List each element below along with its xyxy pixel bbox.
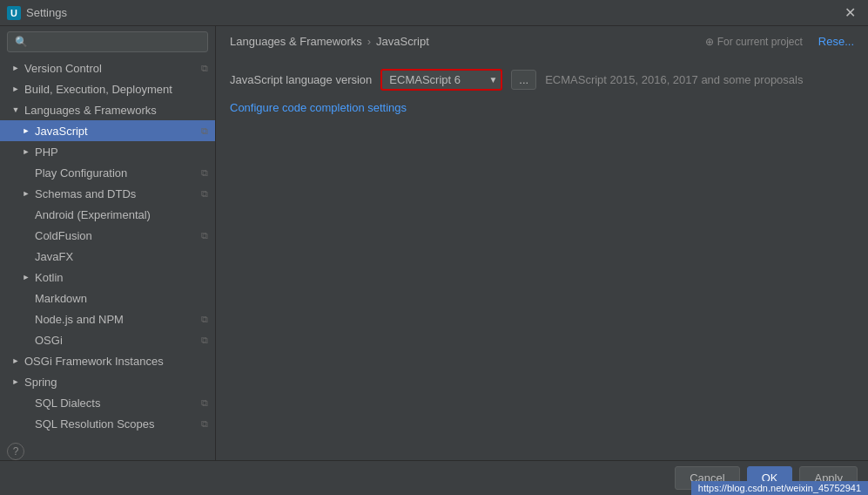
sidebar-item-label: Build, Execution, Deployment bbox=[24, 83, 172, 96]
help-button[interactable]: ? bbox=[7, 443, 24, 460]
configure-link-row: Configure code completion settings bbox=[230, 101, 854, 114]
sidebar-item-label: Android (Experimental) bbox=[35, 208, 151, 221]
sidebar-item-label: Kotlin bbox=[35, 271, 64, 284]
arrow-icon bbox=[10, 376, 21, 387]
language-version-select[interactable]: ECMAScript 5.1ECMAScript 6ECMAScript 201… bbox=[380, 69, 502, 91]
arrow-icon bbox=[21, 272, 31, 282]
copy-icon: ⧉ bbox=[201, 125, 208, 137]
sidebar-item-osgi-framework[interactable]: OSGi Framework Instances bbox=[0, 350, 215, 371]
sidebar-item-label: Markdown bbox=[35, 292, 87, 305]
sidebar-item-markdown[interactable]: Markdown bbox=[0, 288, 215, 309]
sidebar-item-label: Schemas and DTDs bbox=[35, 187, 136, 200]
sidebar-item-label: OSGi Framework Instances bbox=[24, 355, 164, 368]
sidebar-item-label: SQL Resolution Scopes bbox=[35, 417, 155, 431]
breadcrumb: Languages & Frameworks › JavaScript ⊕ Fo… bbox=[216, 26, 868, 55]
version-description: ECMAScript 2015, 2016, 2017 and some pro… bbox=[545, 73, 803, 86]
sidebar-item-label: ColdFusion bbox=[35, 229, 92, 242]
sidebar-item-label: Node.js and NPM bbox=[35, 313, 124, 326]
sidebar-item-label: Version Control bbox=[24, 62, 102, 75]
sidebar: Version Control⧉Build, Execution, Deploy… bbox=[0, 26, 216, 460]
sidebar-item-javafx[interactable]: JavaFX bbox=[0, 246, 215, 267]
sidebar-item-build-execution[interactable]: Build, Execution, Deployment bbox=[0, 78, 215, 99]
sidebar-item-version-control[interactable]: Version Control⧉ bbox=[0, 58, 215, 78]
sidebar-item-schemas-dtds[interactable]: Schemas and DTDs⧉ bbox=[0, 183, 215, 204]
breadcrumb-separator: › bbox=[367, 35, 371, 48]
sidebar-item-javascript[interactable]: JavaScript⧉ bbox=[0, 120, 215, 141]
sidebar-item-spring[interactable]: Spring bbox=[0, 371, 215, 392]
breadcrumb-part2: JavaScript bbox=[376, 35, 429, 48]
reset-link[interactable]: Rese... bbox=[818, 35, 854, 48]
close-button[interactable]: ✕ bbox=[839, 4, 861, 21]
url-bar: https://blog.csdn.net/weixin_45752941 bbox=[691, 481, 868, 495]
sidebar-item-coldfusion[interactable]: ColdFusion⧉ bbox=[0, 225, 215, 246]
sidebar-item-label: JavaFX bbox=[35, 250, 73, 263]
search-input[interactable] bbox=[7, 31, 208, 52]
language-version-row: JavaScript language version ECMAScript 5… bbox=[230, 69, 854, 91]
arrow-icon bbox=[21, 188, 31, 199]
sidebar-item-label: PHP bbox=[35, 146, 58, 159]
sidebar-item-sql-resolution[interactable]: SQL Resolution Scopes⧉ bbox=[0, 413, 215, 434]
arrow-icon bbox=[21, 125, 31, 136]
sidebar-item-php[interactable]: PHP bbox=[0, 141, 215, 162]
ellipsis-button[interactable]: ... bbox=[511, 70, 536, 90]
sidebar-item-languages-frameworks[interactable]: Languages & Frameworks bbox=[0, 99, 215, 120]
breadcrumb-part1: Languages & Frameworks bbox=[230, 35, 362, 48]
svg-text:U: U bbox=[10, 8, 17, 18]
sidebar-item-nodejs-npm[interactable]: Node.js and NPM⧉ bbox=[0, 309, 215, 329]
arrow-icon bbox=[21, 146, 31, 157]
sidebar-item-sql-dialects[interactable]: SQL Dialects⧉ bbox=[0, 392, 215, 413]
app-icon: U bbox=[7, 6, 21, 20]
sidebar-item-label: Spring bbox=[24, 376, 57, 389]
content-body: JavaScript language version ECMAScript 5… bbox=[216, 55, 868, 128]
sidebar-item-label: Languages & Frameworks bbox=[24, 104, 157, 117]
language-version-label: JavaScript language version bbox=[230, 73, 372, 86]
arrow-icon bbox=[10, 356, 21, 366]
window-title: Settings bbox=[26, 6, 67, 19]
arrow-icon bbox=[10, 63, 21, 73]
arrow-icon bbox=[10, 84, 21, 94]
copy-icon: ⧉ bbox=[201, 230, 208, 241]
arrow-icon bbox=[10, 105, 21, 115]
content-panel: Languages & Frameworks › JavaScript ⊕ Fo… bbox=[216, 26, 868, 460]
sidebar-item-label: Play Configuration bbox=[35, 166, 127, 180]
copy-icon: ⧉ bbox=[201, 314, 208, 325]
project-badge: ⊕ For current project bbox=[705, 36, 802, 48]
sidebar-item-osgi[interactable]: OSGi⧉ bbox=[0, 329, 215, 350]
configure-link[interactable]: Configure code completion settings bbox=[230, 101, 407, 114]
select-wrapper: ECMAScript 5.1ECMAScript 6ECMAScript 201… bbox=[380, 69, 502, 91]
sidebar-item-play-configuration[interactable]: Play Configuration⧉ bbox=[0, 162, 215, 183]
copy-icon: ⧉ bbox=[201, 63, 208, 74]
copy-icon: ⧉ bbox=[201, 418, 208, 430]
sidebar-item-android[interactable]: Android (Experimental) bbox=[0, 204, 215, 225]
copy-icon: ⧉ bbox=[201, 397, 208, 409]
copy-icon: ⧉ bbox=[201, 167, 208, 179]
sidebar-item-kotlin[interactable]: Kotlin bbox=[0, 267, 215, 288]
title-bar: U Settings ✕ bbox=[0, 0, 868, 26]
copy-icon: ⧉ bbox=[201, 188, 208, 200]
sidebar-item-label: OSGi bbox=[35, 334, 63, 347]
copy-icon: ⧉ bbox=[201, 335, 208, 346]
sidebar-item-label: JavaScript bbox=[35, 125, 88, 138]
sidebar-item-label: SQL Dialects bbox=[35, 397, 100, 410]
